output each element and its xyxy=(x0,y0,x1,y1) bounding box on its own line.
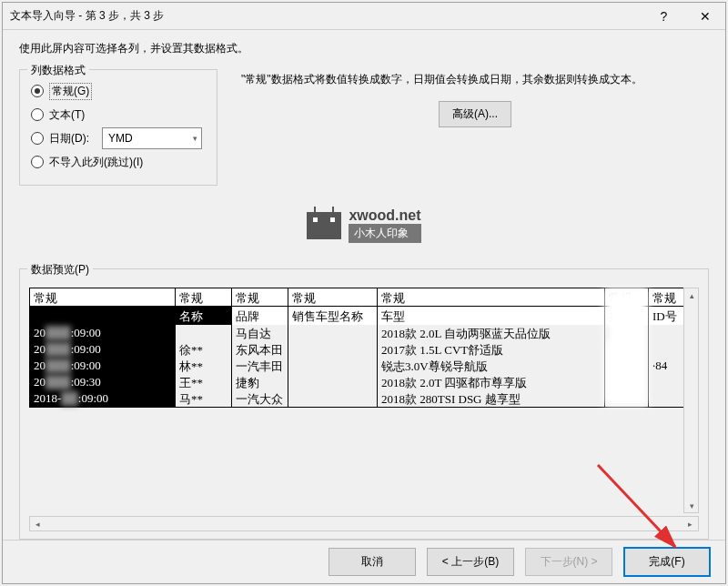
preview-group: 数据预览(P) 常规 20███:09:00 20███:09:00 20███… xyxy=(19,268,709,540)
preview-table[interactable]: 常规 20███:09:00 20███:09:00 20███:09:00 2… xyxy=(29,288,699,512)
chevron-down-icon: ▾ xyxy=(193,134,197,143)
help-button[interactable]: ? xyxy=(643,3,684,29)
titlebar: 文本导入向导 - 第 3 步，共 3 步 ? ✕ xyxy=(3,3,725,30)
advanced-button[interactable]: 高级(A)... xyxy=(439,101,511,127)
radio-icon xyxy=(31,156,44,168)
cancel-button[interactable]: 取消 xyxy=(329,548,416,576)
radio-icon xyxy=(31,108,44,121)
content-area: 使用此屏内容可选择各列，并设置其数据格式。 列数据格式 常规(G) 文本(T) xyxy=(3,30,725,540)
window-title: 文本导入向导 - 第 3 步，共 3 步 xyxy=(10,8,643,24)
scroll-up-icon[interactable]: ▴ xyxy=(684,288,700,302)
watermark-logo: xwood.net 小木人印象 xyxy=(19,207,709,243)
radio-general[interactable]: 常规(G) xyxy=(31,79,206,103)
close-button[interactable]: ✕ xyxy=(684,3,725,29)
instruction-text: 使用此屏内容可选择各列，并设置其数据格式。 xyxy=(19,41,709,56)
column-format-group: 列数据格式 常规(G) 文本(T) 日期(D): YMD xyxy=(19,69,217,186)
scroll-left-icon[interactable]: ◂ xyxy=(30,517,46,530)
date-format-select[interactable]: YMD ▾ xyxy=(102,127,202,149)
horizontal-scrollbar[interactable]: ◂ ▸ xyxy=(29,516,699,531)
radio-text[interactable]: 文本(T) xyxy=(31,103,206,126)
radio-icon xyxy=(31,132,44,145)
scroll-down-icon[interactable]: ▾ xyxy=(684,499,700,512)
next-button: 下一步(N) > xyxy=(525,548,612,576)
format-description: "常规"数据格式将数值转换成数字，日期值会转换成日期，其余数据则转换成文本。 xyxy=(241,71,709,88)
scroll-right-icon[interactable]: ▸ xyxy=(682,517,698,530)
radio-skip[interactable]: 不导入此列(跳过)(I) xyxy=(31,150,206,174)
preview-title: 数据预览(P) xyxy=(27,262,93,278)
radio-date[interactable]: 日期(D): YMD ▾ xyxy=(31,126,206,150)
back-button[interactable]: < 上一步(B) xyxy=(427,548,514,576)
wizard-window: 文本导入向导 - 第 3 步，共 3 步 ? ✕ 使用此屏内容可选择各列，并设置… xyxy=(2,2,726,584)
radio-icon xyxy=(31,85,44,97)
group-title: 列数据格式 xyxy=(27,63,89,78)
vertical-scrollbar[interactable]: ▴ ▾ xyxy=(683,288,699,513)
finish-button[interactable]: 完成(F) xyxy=(623,547,711,577)
robot-icon xyxy=(307,212,341,239)
footer-buttons: 取消 < 上一步(B) 下一步(N) > 完成(F) xyxy=(3,540,725,583)
